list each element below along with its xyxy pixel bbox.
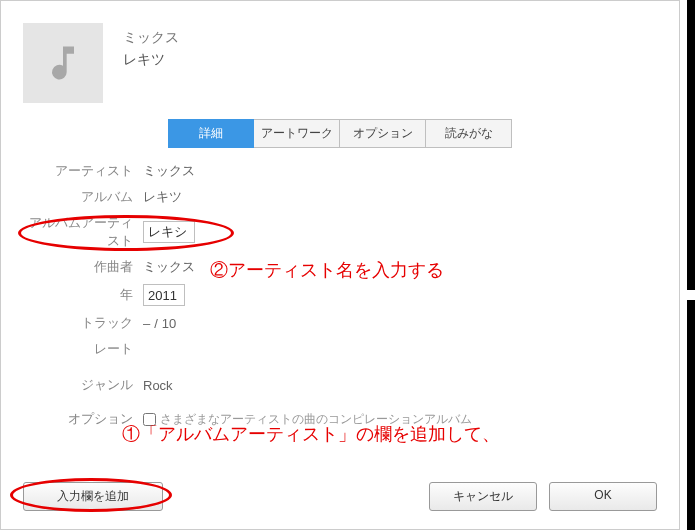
compilation-checkbox[interactable] [143,413,156,426]
album-artist-label: アルバムアーティスト [23,214,143,250]
track-value: – / 10 [143,316,176,331]
row-year: 年 [23,284,657,306]
option-label: オプション [23,410,143,428]
row-option: オプション さまざまなアーティストの曲のコンピレーションアルバム [23,410,657,428]
track-label: トラック [23,314,143,332]
info-dialog: ミックス レキツ 詳細 アートワーク オプション 読みがな アーティスト ミック… [0,0,680,530]
header-text-block: ミックス レキツ [123,23,179,69]
crop-edge-bottom [687,300,695,530]
dialog-footer: 入力欄を追加 キャンセル OK [1,482,679,511]
year-label: 年 [23,286,143,304]
composer-value: ミックス [143,258,195,276]
row-rate: レート [23,340,657,358]
genre-value: Rock [143,378,173,393]
music-note-icon [41,41,85,85]
row-genre: ジャンル Rock [23,376,657,394]
tab-yomi[interactable]: 読みがな [426,119,512,148]
row-artist: アーティスト ミックス [23,162,657,180]
tab-artwork[interactable]: アートワーク [254,119,340,148]
artist-value: ミックス [143,162,195,180]
row-track: トラック – / 10 [23,314,657,332]
tab-details[interactable]: 詳細 [168,119,254,148]
track-dash: – [143,316,150,331]
album-label: アルバム [23,188,143,206]
cancel-button[interactable]: キャンセル [429,482,537,511]
composer-label: 作曲者 [23,258,143,276]
dialog-header: ミックス レキツ [1,1,679,113]
add-field-button[interactable]: 入力欄を追加 [23,482,163,511]
track-subtitle: レキツ [123,51,179,69]
row-composer: 作曲者 ミックス [23,258,657,276]
track-sep: / [154,316,158,331]
genre-label: ジャンル [23,376,143,394]
year-input[interactable] [143,284,185,306]
row-album: アルバム レキツ [23,188,657,206]
album-value: レキツ [143,188,182,206]
tab-options[interactable]: オプション [340,119,426,148]
track-title: ミックス [123,29,179,47]
details-form: アーティスト ミックス アルバム レキツ アルバムアーティスト 作曲者 ミックス… [1,162,679,428]
track-total: 10 [162,316,176,331]
crop-edge-top [687,0,695,290]
ok-button[interactable]: OK [549,482,657,511]
album-artist-input[interactable] [143,221,195,243]
tab-bar: 詳細 アートワーク オプション 読みがな [1,113,679,162]
rate-label: レート [23,340,143,358]
artist-label: アーティスト [23,162,143,180]
compilation-text: さまざまなアーティストの曲のコンピレーションアルバム [160,411,472,428]
album-artwork-placeholder [23,23,103,103]
row-album-artist: アルバムアーティスト [23,214,657,250]
